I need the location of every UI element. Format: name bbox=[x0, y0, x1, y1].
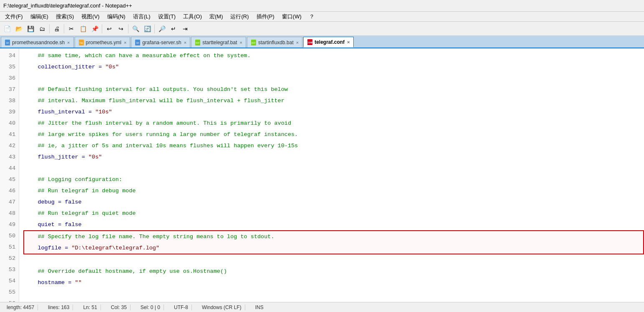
code-line-36 bbox=[24, 73, 644, 84]
menu-bar: 文件(F)编辑(E)搜索(S)视图(V)编码(N)语言(L)设置(T)工具(O)… bbox=[0, 12, 644, 22]
svg-text:BAT: BAT bbox=[252, 42, 255, 44]
menu-item-[interactable]: ？ bbox=[306, 12, 318, 21]
code-line-52 bbox=[24, 254, 644, 266]
toolbar-sep-1 bbox=[49, 24, 50, 33]
save-button[interactable]: 💾 bbox=[25, 23, 36, 34]
menu-item-v[interactable]: 视图(V) bbox=[78, 12, 103, 21]
undo-button[interactable]: ↩ bbox=[104, 23, 115, 34]
tab-close-tab3[interactable]: × bbox=[184, 40, 186, 45]
code-line-48: ## Run telegraf in quiet mode bbox=[24, 208, 644, 219]
menu-item-o[interactable]: 工具(O) bbox=[180, 12, 205, 21]
code-line-50: ## Specify the log file name. The empty … bbox=[24, 231, 643, 242]
line-number-45: 45 bbox=[0, 174, 15, 185]
zoom-in-button[interactable]: 🔎 bbox=[156, 23, 167, 34]
status-col: Col: 35 bbox=[108, 304, 131, 310]
line-number-37: 37 bbox=[0, 84, 15, 95]
copy-button[interactable]: 📋 bbox=[78, 23, 88, 34]
tab-close-tab1[interactable]: × bbox=[67, 40, 70, 45]
status-encoding: UTF-8 bbox=[171, 304, 192, 310]
menu-item-r[interactable]: 运行(R) bbox=[227, 12, 252, 21]
code-line-47: debug = false bbox=[24, 196, 644, 208]
line-number-50: 50 bbox=[0, 230, 15, 242]
code-line-51: logfile = "D:\telegraf\telegraf.log" bbox=[24, 242, 643, 254]
code-line-55 bbox=[24, 288, 644, 299]
editor-container: 3435363738394041424344454647484950515253… bbox=[0, 48, 644, 302]
line-number-56: 56 bbox=[0, 298, 15, 302]
menu-item-l[interactable]: 语言(L) bbox=[130, 12, 154, 21]
menu-item-t[interactable]: 设置(T) bbox=[155, 12, 179, 21]
tab-close-tab4[interactable]: × bbox=[240, 40, 242, 45]
tab-icon-tab2: YML bbox=[78, 40, 84, 45]
menu-item-m[interactable]: 宏(M) bbox=[206, 12, 226, 21]
tab-tab2[interactable]: YMLprometheus.yml× bbox=[75, 37, 131, 48]
tab-label-tab3: grafana-server.sh bbox=[142, 40, 181, 45]
tab-tab6[interactable]: CONFtelegraf.conf× bbox=[303, 37, 353, 48]
wordwrap-button[interactable]: ↵ bbox=[168, 23, 179, 34]
status-ins: INS bbox=[252, 304, 267, 310]
save-all-button[interactable]: 🗂 bbox=[37, 23, 48, 34]
status-bar: length: 4457 lines: 163 Ln: 51 Col: 35 S… bbox=[0, 302, 644, 312]
redo-button[interactable]: ↪ bbox=[116, 23, 126, 34]
line-number-53: 53 bbox=[0, 264, 15, 275]
paste-button[interactable]: 📌 bbox=[89, 23, 100, 34]
menu-item-w[interactable]: 窗口(W) bbox=[279, 12, 305, 21]
tab-tab1[interactable]: SHprometheusandnode.sh× bbox=[1, 37, 74, 48]
svg-text:CONF: CONF bbox=[307, 41, 312, 44]
tab-icon-tab6: CONF bbox=[307, 39, 313, 45]
menu-item-e[interactable]: 编辑(E) bbox=[27, 12, 52, 21]
code-line-46: ## Run telegraf in debug mode bbox=[24, 185, 644, 196]
print-button[interactable]: 🖨 bbox=[51, 23, 62, 34]
code-line-45: ## Logging configuration: bbox=[24, 174, 644, 185]
svg-text:SH: SH bbox=[6, 42, 9, 44]
tab-icon-tab4: BAT bbox=[195, 40, 201, 45]
line-number-35: 35 bbox=[0, 61, 15, 73]
indent-button[interactable]: ⇥ bbox=[180, 23, 191, 34]
status-lines: lines: 163 bbox=[45, 304, 73, 310]
tab-icon-tab3: SH bbox=[135, 40, 141, 45]
line-number-44: 44 bbox=[0, 163, 15, 174]
new-button[interactable]: 📄 bbox=[2, 23, 13, 34]
toolbar-sep-4 bbox=[128, 24, 128, 33]
tab-bar: SHprometheusandnode.sh×YMLprometheus.yml… bbox=[0, 36, 644, 48]
menu-item-p[interactable]: 插件(P) bbox=[253, 12, 278, 21]
line-number-52: 52 bbox=[0, 253, 15, 264]
replace-button[interactable]: 🔄 bbox=[142, 23, 153, 34]
tab-label-tab2: prometheus.yml bbox=[86, 40, 121, 45]
code-line-38: ## interval. Maximum flush_interval will… bbox=[24, 95, 644, 106]
toolbar-sep-2 bbox=[64, 24, 64, 33]
tab-icon-tab5: BAT bbox=[251, 40, 257, 45]
line-number-51: 51 bbox=[0, 242, 15, 253]
code-area[interactable]: ## same time, which can have a measurabl… bbox=[19, 48, 644, 302]
code-line-54: hostname = "" bbox=[24, 277, 644, 288]
tab-close-tab5[interactable]: × bbox=[296, 40, 299, 45]
line-number-47: 47 bbox=[0, 196, 15, 208]
tab-tab3[interactable]: SHgrafana-server.sh× bbox=[131, 37, 190, 48]
line-number-46: 46 bbox=[0, 185, 15, 196]
code-line-53: ## Override default hostname, if empty u… bbox=[24, 266, 644, 277]
open-button[interactable]: 📂 bbox=[13, 23, 24, 34]
tab-label-tab4: starttelegraf.bat bbox=[202, 40, 237, 45]
line-numbers: 3435363738394041424344454647484950515253… bbox=[0, 48, 19, 302]
tab-label-tab6: telegraf.conf bbox=[314, 39, 345, 45]
code-line-43: flush_jitter = "0s" bbox=[24, 151, 644, 163]
tab-label-tab5: startinfluxdb.bat bbox=[258, 40, 294, 45]
menu-item-n[interactable]: 编码(N) bbox=[104, 12, 129, 21]
menu-item-s[interactable]: 搜索(S) bbox=[53, 12, 77, 21]
tab-tab5[interactable]: BATstartinfluxdb.bat× bbox=[247, 37, 302, 48]
cut-button[interactable]: ✂ bbox=[66, 23, 77, 34]
highlight-box: ## Specify the log file name. The empty … bbox=[23, 230, 644, 254]
menu-item-f[interactable]: 文件(F) bbox=[2, 12, 26, 21]
code-line-34: ## same time, which can have a measurabl… bbox=[24, 50, 644, 61]
svg-text:BAT: BAT bbox=[196, 42, 199, 44]
tab-close-tab6[interactable]: × bbox=[347, 40, 350, 45]
line-number-54: 54 bbox=[0, 275, 15, 287]
status-length: length: 4457 bbox=[3, 304, 38, 310]
tab-close-tab2[interactable]: × bbox=[124, 40, 126, 45]
tab-tab4[interactable]: BATstarttelegraf.bat× bbox=[191, 37, 246, 48]
tab-icon-tab1: SH bbox=[5, 40, 10, 45]
line-number-42: 42 bbox=[0, 140, 15, 151]
code-line-37: ## Default flushing interval for all out… bbox=[24, 84, 644, 95]
title-text: F:\telegraf_influxdb\telegraf\telegraf.c… bbox=[3, 3, 132, 9]
toolbar-sep-3 bbox=[102, 24, 102, 33]
find-button[interactable]: 🔍 bbox=[130, 23, 141, 34]
